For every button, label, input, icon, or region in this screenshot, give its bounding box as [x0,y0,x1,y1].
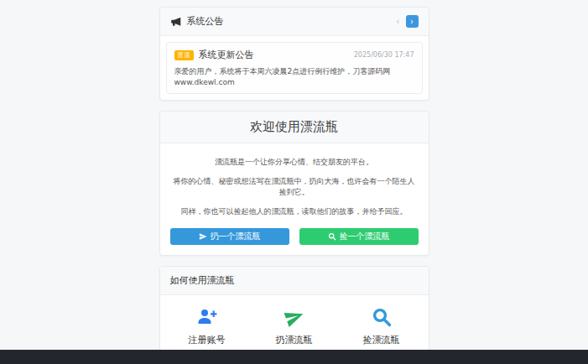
howto-card-title: 如何使用漂流瓶 [170,274,235,287]
welcome-description-line: 将你的心情、秘密或想法写在漂流瓶中，扔向大海，也许会有一个陌生人捡到它。 [170,176,419,198]
welcome-card: 欢迎使用漂流瓶 漂流瓶是一个让你分享心情、结交朋友的平台。 将你的心情、秘密或想… [159,111,429,256]
footer-bar [0,350,588,364]
howto-card-header: 如何使用漂流瓶 [160,267,429,295]
announcement-carousel-controls: ‹ › [394,15,418,28]
megaphone-icon [170,16,182,28]
throw-bottle-label: 扔一个漂流瓶 [211,231,261,242]
welcome-card-header: 欢迎使用漂流瓶 [160,112,429,143]
step-title: 注册账号 [168,334,247,346]
carousel-next-button[interactable]: › [406,15,419,28]
user-plus-icon [168,306,247,328]
announcement-item-header: 置顶 系统更新公告 2025/06/30 17:47 [174,49,414,61]
announcement-card: 系统公告 ‹ › 置顶 系统更新公告 2025/06/30 17:47 亲爱的用… [159,7,429,101]
step-title: 扔漂流瓶 [255,334,334,346]
pinned-badge: 置顶 [174,50,194,60]
carousel-prev-button[interactable]: ‹ [394,17,401,26]
paper-plane-icon [199,232,207,241]
throw-bottle-button[interactable]: 扔一个漂流瓶 [170,228,289,245]
announcement-item-title: 系统更新公告 [199,49,254,61]
announcement-item[interactable]: 置顶 系统更新公告 2025/06/30 17:47 亲爱的用户，系统将于本周六… [166,42,423,94]
announcement-card-header: 系统公告 ‹ › [160,8,429,36]
pick-bottle-label: 捡一个漂流瓶 [340,231,390,242]
announcement-card-body: 置顶 系统更新公告 2025/06/30 17:47 亲爱的用户，系统将于本周六… [160,36,429,100]
announcement-item-content: 亲爱的用户，系统将于本周六凌晨2点进行例行维护，刀客源码网www.dkewl.c… [174,66,414,87]
paper-plane-icon [255,306,334,328]
search-icon [342,306,421,328]
page-container: 系统公告 ‹ › 置顶 系统更新公告 2025/06/30 17:47 亲爱的用… [159,0,429,364]
step-title: 捡漂流瓶 [342,334,421,346]
search-icon [328,232,336,241]
action-buttons-row: 扔一个漂流瓶 捡一个漂流瓶 [170,228,419,245]
pick-bottle-button[interactable]: 捡一个漂流瓶 [299,228,419,245]
announcement-item-date: 2025/06/30 17:47 [354,51,414,59]
announcement-card-title: 系统公告 [187,15,224,28]
welcome-title: 欢迎使用漂流瓶 [250,119,338,135]
welcome-description-line: 同样，你也可以捡起他人的漂流瓶，读取他们的故事，并给予回应。 [170,206,419,217]
welcome-description-line: 漂流瓶是一个让你分享心情、结交朋友的平台。 [170,157,419,168]
welcome-card-body: 漂流瓶是一个让你分享心情、结交朋友的平台。 将你的心情、秘密或想法写在漂流瓶中，… [160,143,429,255]
